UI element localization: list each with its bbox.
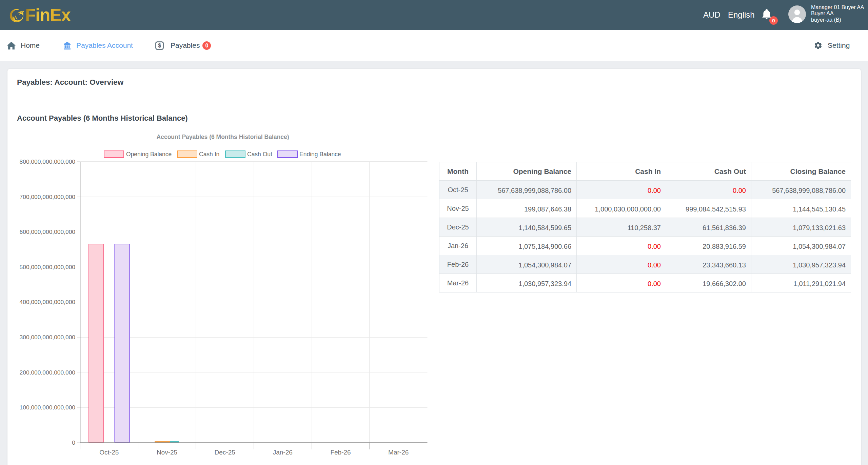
svg-text:700,000,000,000,000: 700,000,000,000,000 — [20, 194, 75, 200]
svg-text:500,000,000,000,000: 500,000,000,000,000 — [20, 264, 75, 270]
svg-text:Cash Out: Cash Out — [247, 151, 272, 158]
svg-text:600,000,000,000,000: 600,000,000,000,000 — [20, 228, 75, 235]
svg-text:Opening Balance: Opening Balance — [126, 151, 172, 158]
svg-text:800,000,000,000,000: 800,000,000,000,000 — [20, 158, 75, 165]
svg-text:Dec-25: Dec-25 — [215, 449, 235, 456]
svg-text:Feb-26: Feb-26 — [330, 449, 351, 456]
svg-text:Ending Balance: Ending Balance — [299, 151, 341, 158]
svg-text:Mar-26: Mar-26 — [388, 449, 409, 456]
svg-text:Nov-25: Nov-25 — [157, 449, 177, 456]
svg-text:200,000,000,000,000: 200,000,000,000,000 — [20, 369, 75, 376]
svg-text:300,000,000,000,000: 300,000,000,000,000 — [20, 334, 75, 341]
svg-text:Jan-26: Jan-26 — [273, 449, 293, 456]
svg-text:Account Payables (6 Months His: Account Payables (6 Months Historial Bal… — [157, 134, 289, 140]
svg-text:0: 0 — [72, 439, 75, 446]
svg-text:100,000,000,000,000: 100,000,000,000,000 — [20, 404, 75, 411]
svg-text:400,000,000,000,000: 400,000,000,000,000 — [20, 299, 75, 305]
svg-text:Cash In: Cash In — [199, 151, 219, 158]
svg-text:Oct-25: Oct-25 — [99, 449, 119, 456]
